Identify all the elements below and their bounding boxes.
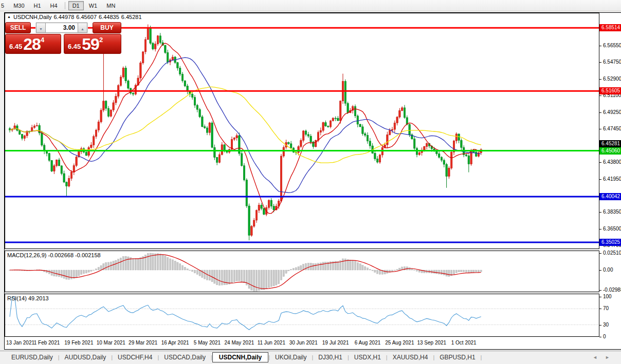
timeframe-button-5[interactable]: 5 [0, 1, 8, 10]
level-price-tag: 6.40042 [599, 193, 621, 200]
axis-tick [599, 95, 601, 96]
chart-tab-usdcnh[interactable]: USDCNH,Daily [212, 352, 268, 362]
axis-tick [599, 270, 601, 271]
time-axis-label: 19 Feb 2021 [64, 340, 93, 346]
level-price-tag: 6.45060 [599, 147, 621, 155]
buy-price-quote[interactable]: 6.45592 [64, 34, 121, 54]
up-arrow-icon: ▲ [81, 27, 84, 31]
sell-price-quote[interactable]: 6.45284 [5, 34, 61, 54]
time-axis[interactable]: 13 Jan 20211 Feb 202119 Feb 202110 Mar 2… [5, 337, 599, 349]
chart-title-bar: ▲USDCNH,Daily6.449786.456076.448356.4528… [7, 14, 144, 20]
axis-tick [599, 297, 601, 297]
axis-tick [599, 229, 601, 229]
time-axis-label: 16 Apr 2021 [161, 340, 189, 346]
chart-tab-usdchf[interactable]: USDCHF,H4 [113, 352, 157, 362]
time-axis-label: 24 May 2021 [224, 340, 254, 346]
axis-label: 100 [603, 294, 612, 300]
sell-price-prefix: 6.45 [9, 43, 22, 50]
time-axis-label: 1 Feb 2021 [34, 340, 60, 346]
chart-tab-usdcad[interactable]: USDCAD,Daily [159, 352, 211, 362]
chart-tab-audusd[interactable]: AUDUSD,Daily [60, 352, 112, 362]
axis-label: 0.025108 [603, 250, 621, 256]
axis-tick [599, 309, 601, 309]
chart-tab-xauusd[interactable]: XAUUSD,H4 [388, 352, 433, 362]
rsi-indicator-plot[interactable] [5, 294, 599, 337]
time-axis-label: 19 Jul 2021 [322, 340, 349, 346]
buy-price-pipette: 2 [99, 36, 103, 44]
chart-tab-dj30[interactable]: DJ30,H1 [313, 352, 348, 362]
price-axis[interactable]: 6.565506.547506.529006.511006.492506.474… [599, 13, 621, 349]
chart-tab-ukoil[interactable]: UKOil,Daily [270, 352, 312, 362]
chart-tab-gbpusd[interactable]: GBPUSD,H1 [434, 352, 480, 362]
axis-label: 6.41950 [603, 176, 621, 182]
time-axis-label: 11 Jun 2021 [258, 340, 285, 346]
time-axis-label: 6 Aug 2021 [355, 340, 381, 346]
sell-price-pipette: 4 [41, 36, 44, 44]
time-axis-label: 5 May 2021 [194, 340, 221, 346]
timeframe-button-h4[interactable]: H4 [46, 1, 62, 10]
chart-tab-bar: EURUSD,Daily|AUDUSD,Daily|USDCHF,H4|USDC… [0, 351, 621, 364]
ohlc-high: 6.45607 [76, 14, 97, 20]
ohlc-open: 6.44978 [54, 14, 75, 20]
timeframe-toolbar: 5M30H1H4D1W1MN [0, 0, 621, 11]
volume-stepper: ▼ 3.00 ▲ [35, 22, 88, 33]
volume-decrease-button[interactable]: ▼ [36, 23, 46, 33]
level-price-tag: 6.58514 [599, 24, 621, 31]
collapse-panel-icon[interactable]: ▲ [7, 15, 11, 18]
tab-scroll-left-icon[interactable]: ◄ [593, 355, 597, 360]
timeframe-button-h1[interactable]: H1 [30, 1, 45, 10]
level-price-tag: 6.51605 [599, 87, 621, 94]
axis-label: 70 [603, 305, 609, 312]
axis-label: 6.36500 [603, 226, 621, 232]
axis-label: 6.47450 [603, 126, 621, 132]
axis-label: 30 [603, 322, 609, 328]
one-click-trading-panel: SELL ▼ 3.00 ▲ BUY 6.45284 6.45592 [5, 22, 121, 54]
axis-label: 6.49250 [603, 109, 621, 116]
ohlc-low: 6.44835 [99, 14, 119, 20]
rsi-label: RSI(14) 49.2013 [7, 295, 49, 301]
timeframe-button-mn[interactable]: MN [102, 1, 119, 10]
down-arrow-icon: ▼ [39, 27, 43, 31]
time-axis-label: 1 Oct 2021 [451, 340, 477, 346]
tab-separator: | [481, 354, 482, 360]
time-axis-label: 13 Sep 2021 [417, 340, 446, 346]
sell-price-big: 28 [23, 36, 41, 52]
axis-label: 6.43800 [603, 159, 621, 165]
ohlc-close: 6.45281 [121, 14, 142, 20]
axis-tick [599, 290, 601, 291]
time-axis-label: 25 Aug 2021 [385, 340, 414, 346]
toolbar-separator [65, 2, 65, 9]
sell-button[interactable]: SELL [5, 22, 31, 33]
axis-tick [599, 129, 601, 129]
axis-tick [599, 112, 601, 113]
chart-tab-usdx[interactable]: USDX,H1 [349, 352, 386, 362]
volume-input[interactable]: 3.00 [46, 23, 78, 33]
macd-label: MACD(12,26,9) -0.002668 -0.002158 [7, 252, 101, 258]
timeframe-button-w1[interactable]: W1 [85, 1, 102, 10]
axis-label: 6.52900 [603, 76, 621, 82]
axis-label: 6.56550 [603, 43, 621, 49]
timeframe-button-d1[interactable]: D1 [68, 1, 84, 10]
chart-tab-eurusd[interactable]: EURUSD,Daily [6, 352, 58, 362]
current-price-tag: 6.45281 [599, 140, 621, 147]
time-axis-label: 13 Jan 2021 [6, 340, 34, 346]
axis-label: 6.38350 [603, 209, 621, 215]
volume-increase-button[interactable]: ▲ [78, 23, 87, 33]
time-axis-label: 10 Mar 2021 [97, 340, 125, 346]
axis-tick [599, 337, 601, 337]
chart-window: ▲USDCNH,Daily6.449786.456076.448356.4528… [4, 12, 621, 350]
time-axis-label: 30 Jun 2021 [289, 340, 318, 346]
time-axis-label: 29 Mar 2021 [129, 340, 157, 346]
axis-tick [599, 79, 601, 80]
chart-tabs: EURUSD,Daily|AUDUSD,Daily|USDCHF,H4|USDC… [6, 352, 482, 362]
axis-label: 6.54750 [603, 59, 621, 65]
axis-tick [599, 179, 601, 180]
axis-tick [599, 325, 601, 325]
buy-button[interactable]: BUY [93, 22, 121, 33]
timeframe-button-m30[interactable]: M30 [9, 1, 28, 10]
tab-scroll-right-icon[interactable]: ► [605, 355, 610, 360]
axis-tick [599, 46, 601, 46]
axis-label: 0.00 [603, 267, 613, 273]
buy-price-big: 59 [82, 36, 99, 52]
axis-label: 0 [603, 334, 606, 340]
